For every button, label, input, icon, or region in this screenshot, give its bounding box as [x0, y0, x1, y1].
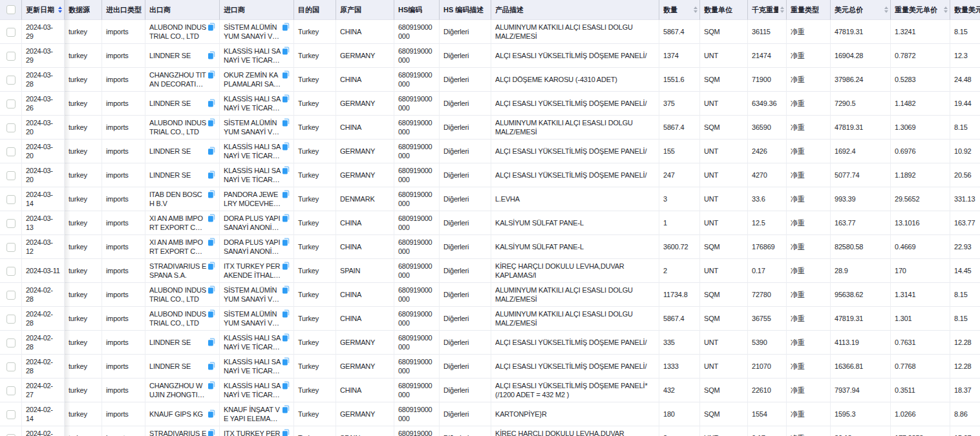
cell-importer: PANDORA JEWELRY MÜCEVHERAT ANONİM: [220, 187, 294, 211]
copy-icon[interactable]: [208, 147, 215, 155]
row-checkbox[interactable]: [6, 28, 16, 37]
cell-usd_unit_weight: 1.3241: [891, 20, 950, 44]
column-header-usd_unit_qty[interactable]: 数量美元单价: [950, 0, 980, 20]
copy-icon[interactable]: [282, 142, 290, 151]
cell-hs_desc: Diğerleri: [440, 44, 491, 68]
row-checkbox[interactable]: [6, 171, 16, 180]
cell-destination: Turkey: [294, 116, 336, 140]
copy-icon[interactable]: [208, 171, 215, 179]
row-checkbox[interactable]: [6, 267, 16, 276]
cell-update_date: 2024-02-14: [22, 402, 65, 426]
cell-weight_type: 净重: [787, 44, 831, 68]
copy-icon[interactable]: [282, 429, 290, 436]
column-header-destination: 目的国: [294, 0, 336, 20]
copy-icon[interactable]: [208, 99, 215, 107]
cell-origin: CHINA: [336, 20, 394, 44]
cell-trade_type: imports: [102, 187, 145, 211]
cell-origin: GERMANY: [336, 402, 394, 426]
table-row: 2024-02-27turkeyimportsCHANGZHOU WUJIN Z…: [0, 379, 980, 402]
cell-weight_type: 净重: [787, 402, 831, 426]
row-checkbox[interactable]: [6, 52, 16, 61]
row-checkbox[interactable]: [6, 76, 16, 85]
copy-icon[interactable]: [208, 23, 215, 31]
row-checkbox[interactable]: [6, 243, 16, 252]
copy-icon[interactable]: [282, 190, 290, 198]
sort-icon-usd_total[interactable]: [882, 6, 888, 13]
copy-icon[interactable]: [282, 285, 290, 294]
column-header-kg_weight[interactable]: 千克重量: [748, 0, 787, 20]
copy-icon[interactable]: [282, 94, 290, 103]
cell-select: [0, 355, 22, 379]
copy-icon[interactable]: [208, 362, 215, 370]
row-checkbox[interactable]: [6, 99, 16, 109]
copy-icon[interactable]: [282, 405, 290, 413]
column-header-quantity[interactable]: 数量: [659, 0, 700, 20]
copy-icon[interactable]: [282, 70, 290, 79]
copy-icon[interactable]: [208, 190, 215, 198]
row-checkbox[interactable]: [6, 386, 16, 395]
row-checkbox[interactable]: [6, 123, 16, 132]
cell-hs_desc: Diğerleri: [440, 379, 491, 402]
cell-usd_total: 7937.94: [831, 379, 891, 402]
copy-icon[interactable]: [282, 381, 290, 389]
row-checkbox[interactable]: [6, 434, 16, 436]
copy-icon[interactable]: [208, 285, 215, 294]
cell-destination: Turkey: [294, 235, 336, 259]
cell-usd_total: 16366.81: [831, 355, 891, 379]
copy-icon[interactable]: [282, 23, 290, 31]
cell-hs_code: 680919000000: [394, 235, 440, 259]
cell-kg_weight: 5390: [748, 331, 787, 355]
select-all-checkbox[interactable]: [6, 5, 16, 14]
cell-hs_desc: Diğerleri: [440, 92, 491, 116]
trade-table: 更新日期数据源进出口类型出口商进口商目的国原产国HS编码HS 编码描述产品描述数…: [0, 0, 980, 436]
cell-hs_code: 680919000000: [394, 163, 440, 187]
cell-usd_total: 1692.4: [831, 140, 891, 163]
sort-icon-quantity[interactable]: [692, 6, 698, 13]
column-header-usd_total[interactable]: 美元总价: [831, 0, 891, 20]
copy-icon[interactable]: [208, 118, 215, 127]
cell-kg_weight: 12.5: [748, 211, 787, 235]
column-header-usd_unit_weight[interactable]: 重量美元单价: [891, 0, 950, 20]
copy-icon[interactable]: [208, 309, 215, 318]
copy-icon[interactable]: [208, 429, 215, 436]
cell-origin: CHINA: [336, 379, 394, 402]
row-checkbox[interactable]: [6, 362, 16, 371]
sort-icon-kg_weight[interactable]: [778, 6, 784, 13]
copy-icon[interactable]: [208, 214, 215, 222]
copy-icon[interactable]: [282, 309, 290, 318]
cell-usd_unit_weight: 0.7768: [891, 355, 950, 379]
copy-icon[interactable]: [208, 338, 215, 346]
row-checkbox[interactable]: [6, 147, 16, 156]
row-checkbox[interactable]: [6, 219, 16, 228]
copy-icon[interactable]: [208, 70, 215, 79]
copy-icon[interactable]: [208, 238, 215, 246]
cell-kg_weight: 36590: [748, 116, 787, 140]
row-checkbox[interactable]: [6, 291, 16, 300]
copy-icon[interactable]: [282, 166, 290, 174]
copy-icon[interactable]: [208, 410, 215, 418]
copy-icon[interactable]: [282, 333, 290, 342]
copy-icon[interactable]: [282, 262, 290, 270]
copy-icon[interactable]: [282, 118, 290, 127]
copy-icon[interactable]: [282, 214, 290, 222]
sort-icon-usd_unit_weight[interactable]: [942, 6, 948, 13]
cell-importer: KLASSİS HALI SANAYİ VE TİCARET ANONİM: [220, 355, 294, 379]
row-checkbox[interactable]: [6, 338, 16, 348]
row-checkbox[interactable]: [6, 410, 16, 419]
exporter-text: CHANGZHOU TITAN DECORATION MATERIAL: [149, 70, 215, 88]
copy-icon[interactable]: [282, 357, 290, 366]
copy-icon[interactable]: [208, 262, 215, 270]
cell-quantity_unit: SQM: [700, 20, 748, 44]
cell-product: KİREÇ HARÇLI DOKULU LEVHA,DUVAR KAPLAMAS…: [491, 259, 659, 283]
copy-icon[interactable]: [282, 47, 290, 55]
exporter-text: STRADIVARIUS ESPANA S.A.: [149, 262, 215, 280]
copy-icon[interactable]: [208, 51, 215, 59]
row-checkbox[interactable]: [6, 195, 16, 204]
row-checkbox[interactable]: [6, 315, 16, 324]
cell-trade_type: imports: [102, 116, 145, 140]
copy-icon[interactable]: [282, 238, 290, 246]
copy-icon[interactable]: [208, 381, 215, 389]
sort-icon-update_date[interactable]: [56, 6, 62, 13]
cell-update_date: 2024-02-28: [22, 331, 65, 355]
column-header-update_date[interactable]: 更新日期: [22, 0, 65, 20]
